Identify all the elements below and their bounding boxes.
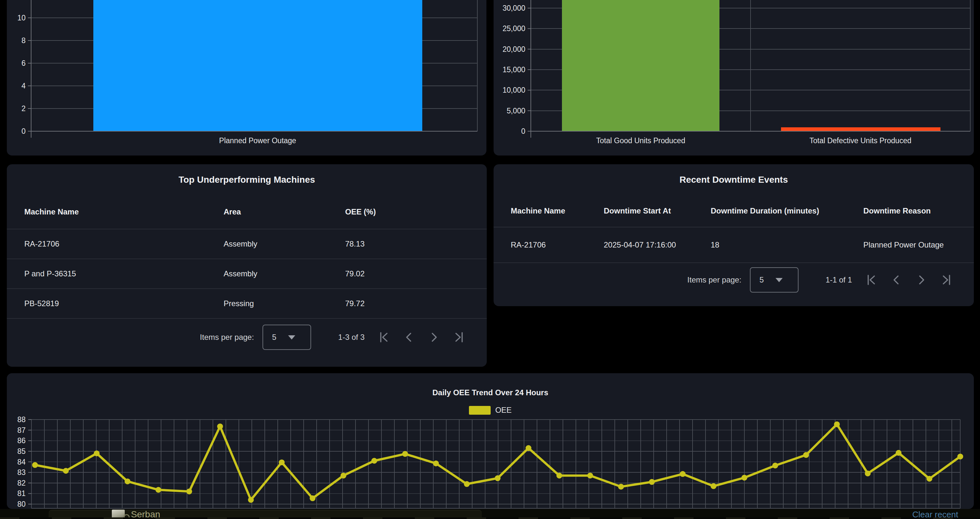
page-range-label: 1-1 of 1 [826, 275, 852, 284]
table-row[interactable]: P and P-36315 Assembly 79.02 [7, 259, 487, 289]
cell-machine: PB-52819 [24, 299, 224, 308]
bottom-edge-sliver [0, 517, 980, 519]
svg-text:80: 80 [17, 500, 25, 508]
cell-area: Pressing [224, 299, 345, 308]
recent-downtime-events-card: Recent Downtime Events Machine Name Down… [493, 164, 974, 306]
page-range-label: 1-3 of 3 [338, 333, 364, 342]
table-row[interactable]: RA-21706 Assembly 78.13 [7, 229, 487, 259]
svg-text:10,000: 10,000 [503, 86, 525, 94]
cell-machine: P and P-36315 [24, 269, 224, 278]
table-header-row: Machine Name Area OEE (%) [7, 195, 487, 229]
svg-text:6: 6 [21, 59, 25, 67]
underperforming-table: Machine Name Area OEE (%) RA-21706 Assem… [7, 195, 487, 319]
svg-text:Planned Power Outage: Planned Power Outage [219, 136, 296, 145]
previous-page-button[interactable] [889, 272, 904, 288]
cell-area: Assembly [224, 269, 345, 278]
production-units-chart-card: 05,00010,00015,00020,00025,00030,000Tota… [493, 0, 974, 156]
paginator: Items per page: 5 1-1 of 1 [687, 267, 954, 293]
column-header-reason: Downtime Reason [863, 206, 974, 216]
svg-text:Total Good Units Produced: Total Good Units Produced [596, 136, 686, 145]
chevron-right-icon [913, 272, 929, 288]
cell-start: 2025-04-07 17:16:00 [604, 240, 711, 249]
svg-text:5,000: 5,000 [506, 106, 525, 115]
svg-text:10: 10 [17, 14, 25, 22]
svg-text:15,000: 15,000 [503, 65, 525, 74]
items-per-page-label: Items per page: [200, 333, 254, 342]
chevron-down-icon [288, 335, 295, 340]
page-size-value: 5 [760, 275, 764, 284]
chevron-right-icon [426, 330, 442, 345]
svg-text:86: 86 [17, 436, 25, 445]
page-size-value: 5 [272, 333, 277, 342]
downtime-table: Machine Name Downtime Start At Downtime … [493, 195, 974, 263]
table-header-row: Machine Name Downtime Start At Downtime … [493, 195, 974, 227]
card-title: Recent Downtime Events [493, 175, 974, 185]
column-header-machine-name: Machine Name [511, 206, 604, 216]
table-row[interactable]: RA-21706 2025-04-07 17:16:00 18 Planned … [493, 227, 974, 263]
column-header-oee: OEE (%) [345, 207, 487, 216]
column-header-machine-name: Machine Name [24, 207, 224, 216]
svg-text:0: 0 [521, 127, 525, 135]
first-page-icon [864, 272, 879, 288]
page-size-select[interactable]: 5 [262, 325, 311, 350]
next-page-button[interactable] [913, 272, 929, 288]
svg-text:88: 88 [17, 415, 25, 424]
chevron-left-icon [401, 330, 417, 345]
top-underperforming-machines-card: Top Underperforming Machines Machine Nam… [7, 164, 487, 367]
svg-text:87: 87 [17, 426, 25, 435]
first-page-button[interactable] [864, 272, 879, 288]
svg-text:25,000: 25,000 [503, 24, 525, 33]
first-page-button[interactable] [376, 330, 392, 345]
last-page-icon [939, 272, 954, 288]
svg-text:20,000: 20,000 [503, 45, 525, 54]
column-header-area: Area [224, 207, 345, 216]
svg-text:84: 84 [17, 458, 25, 466]
daily-oee-trend-card: Daily OEE Trend Over 24 Hours OEE 888786… [7, 373, 974, 509]
chevron-left-icon [889, 272, 904, 288]
table-row[interactable]: PB-52819 Pressing 79.72 [7, 289, 487, 319]
svg-text:Total Defective Units Produced: Total Defective Units Produced [810, 136, 912, 145]
first-page-icon [376, 330, 392, 345]
cell-duration: 18 [711, 240, 863, 249]
cell-machine: RA-21706 [24, 240, 224, 249]
svg-text:85: 85 [17, 447, 25, 456]
svg-text:82: 82 [17, 479, 25, 487]
cell-area: Assembly [224, 240, 345, 249]
production-units-bar-chart: 05,00010,00015,00020,00025,00030,000Tota… [493, 0, 974, 156]
last-page-icon [451, 330, 467, 345]
cell-reason: Planned Power Outage [863, 240, 974, 249]
page-size-select[interactable]: 5 [750, 267, 799, 292]
card-title: Top Underperforming Machines [7, 175, 487, 185]
downtime-by-reason-chart-card: 0246810Planned Power Outage [7, 0, 487, 156]
cell-machine: RA-21706 [511, 240, 604, 249]
chevron-down-icon [775, 278, 783, 282]
svg-text:81: 81 [17, 489, 25, 498]
column-header-start: Downtime Start At [604, 206, 711, 216]
svg-text:30,000: 30,000 [503, 4, 525, 12]
last-page-button[interactable] [939, 272, 954, 288]
svg-text:83: 83 [17, 468, 25, 476]
cell-oee: 79.02 [345, 269, 487, 278]
previous-page-button[interactable] [401, 330, 417, 345]
svg-text:4: 4 [21, 82, 25, 90]
svg-text:8: 8 [21, 36, 25, 45]
paginator: Items per page: 5 1-3 of 3 [200, 324, 467, 350]
last-page-button[interactable] [451, 330, 467, 345]
items-per-page-label: Items per page: [687, 275, 741, 284]
downtime-by-reason-bar-chart: 0246810Planned Power Outage [7, 0, 487, 156]
svg-text:2: 2 [21, 104, 25, 113]
cell-oee: 78.13 [345, 240, 487, 249]
daily-oee-trend-line-chart: 888786858483828180 [7, 373, 974, 509]
column-header-duration: Downtime Duration (minutes) [711, 206, 863, 216]
cell-oee: 79.72 [345, 299, 487, 308]
next-page-button[interactable] [426, 330, 442, 345]
svg-text:0: 0 [21, 127, 25, 135]
